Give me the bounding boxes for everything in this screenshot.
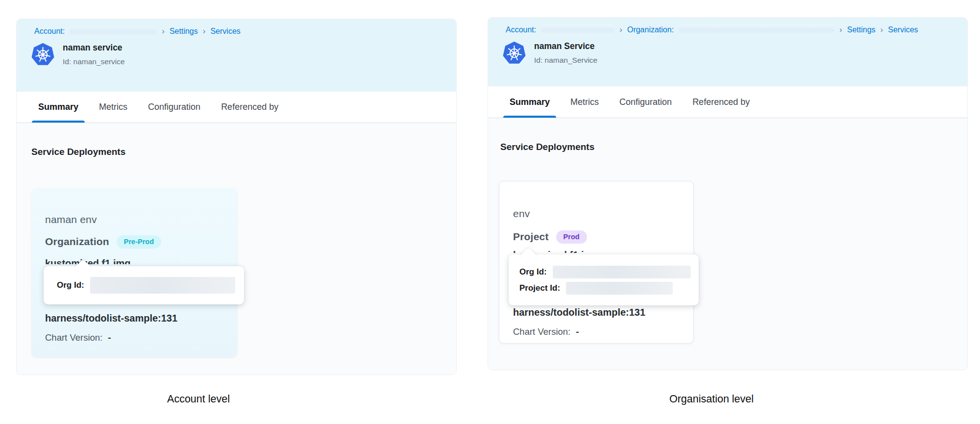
breadcrumb-settings-link[interactable]: Settings bbox=[170, 27, 198, 36]
breadcrumb: Account: › Settings › Services bbox=[34, 26, 443, 36]
chevron-right-icon: › bbox=[619, 25, 622, 35]
org-id-label: Org Id: bbox=[57, 280, 84, 290]
chevron-right-icon: › bbox=[162, 27, 165, 36]
chevron-right-icon: › bbox=[203, 27, 206, 36]
chart-version-row: Chart Version: - bbox=[45, 332, 111, 343]
chart-version-value: - bbox=[108, 332, 111, 343]
tab-summary[interactable]: Summary bbox=[510, 86, 550, 118]
section-title-service-deployments: Service Deployments bbox=[31, 147, 125, 157]
service-name: naman service bbox=[63, 43, 125, 53]
chart-version-label: Chart Version: bbox=[513, 326, 570, 337]
service-header: Account: › Organization: › Settings › Se… bbox=[488, 18, 967, 86]
kubernetes-icon bbox=[503, 42, 526, 65]
account-level-panel: Account: › Settings › Services bbox=[16, 19, 457, 375]
service-name: naman Service bbox=[534, 41, 597, 51]
summary-tab-content: Service Deployments env Project Prod kus… bbox=[488, 118, 967, 370]
breadcrumb-account-link[interactable]: Account: bbox=[506, 25, 536, 34]
chevron-right-icon: › bbox=[839, 25, 842, 35]
kubernetes-icon bbox=[31, 43, 54, 66]
id-tooltip: Org Id: bbox=[44, 266, 244, 304]
environment-name: naman env bbox=[45, 214, 97, 225]
tab-metrics[interactable]: Metrics bbox=[99, 92, 127, 123]
tooltip-project-id-row: Project Id: bbox=[519, 282, 699, 295]
environment-type-badge: Pre-Prod bbox=[117, 235, 161, 249]
service-name-block: naman service Id: naman_service bbox=[63, 43, 125, 66]
summary-tab-content: Service Deployments naman env Organizati… bbox=[17, 123, 456, 375]
tab-referenced-by[interactable]: Referenced by bbox=[221, 92, 278, 123]
partially-occluded-text: kustomized f1 img bbox=[45, 258, 192, 264]
redacted-org-id bbox=[553, 266, 691, 278]
tab-configuration[interactable]: Configuration bbox=[619, 86, 672, 118]
scope-label: Organization bbox=[45, 236, 109, 248]
project-id-label: Project Id: bbox=[519, 283, 560, 293]
environment-scope-row: Organization Pre-Prod bbox=[45, 235, 161, 249]
breadcrumb-settings-link[interactable]: Settings bbox=[847, 25, 876, 34]
artifact-name: harness/todolist-sample:131 bbox=[45, 313, 177, 324]
chart-version-label: Chart Version: bbox=[45, 332, 102, 343]
service-id: Id: naman_Service bbox=[534, 56, 597, 65]
redacted-org-id bbox=[90, 277, 235, 294]
tab-configuration[interactable]: Configuration bbox=[148, 92, 200, 123]
service-name-block: naman Service Id: naman_Service bbox=[534, 41, 597, 65]
breadcrumb: Account: › Organization: › Settings › Se… bbox=[506, 25, 955, 35]
service-id: Id: naman_service bbox=[63, 57, 125, 66]
service-tabs: Summary Metrics Configuration Referenced… bbox=[17, 92, 456, 123]
artifact-name: harness/todolist-sample:131 bbox=[513, 307, 645, 318]
service-header: Account: › Settings › Services bbox=[17, 19, 456, 92]
scope-label: Project bbox=[513, 231, 549, 243]
service-identity: naman Service Id: naman_Service bbox=[503, 41, 955, 65]
service-identity: naman service Id: naman_service bbox=[31, 43, 443, 66]
breadcrumb-services-link[interactable]: Services bbox=[888, 25, 918, 34]
partially-occluded-text: kustomized f1 img bbox=[513, 249, 660, 253]
environment-name: env bbox=[513, 208, 530, 220]
organisation-level-panel: Account: › Organization: › Settings › Se… bbox=[488, 17, 968, 370]
environment-type-badge: Prod bbox=[556, 230, 587, 244]
org-id-label: Org Id: bbox=[519, 267, 547, 277]
tooltip-org-id-row: Org Id: bbox=[519, 266, 699, 278]
redacted-organization-name bbox=[679, 25, 834, 35]
breadcrumb-services-link[interactable]: Services bbox=[210, 27, 240, 36]
redacted-account-name bbox=[70, 26, 157, 36]
service-tabs: Summary Metrics Configuration Referenced… bbox=[488, 86, 967, 118]
breadcrumb-account-link[interactable]: Account: bbox=[34, 27, 65, 36]
environment-scope-row: Project Prod bbox=[513, 230, 587, 244]
breadcrumb-organization-link[interactable]: Organization: bbox=[627, 25, 674, 34]
tab-metrics[interactable]: Metrics bbox=[570, 86, 599, 118]
chevron-right-icon: › bbox=[881, 25, 883, 35]
redacted-project-id bbox=[566, 282, 673, 295]
chart-version-row: Chart Version: - bbox=[513, 326, 579, 337]
tab-referenced-by[interactable]: Referenced by bbox=[692, 86, 750, 118]
redacted-account-name bbox=[541, 25, 614, 35]
chart-version-value: - bbox=[576, 326, 579, 337]
caption-account-level: Account level bbox=[118, 393, 279, 405]
caption-organisation-level: Organisation level bbox=[628, 393, 795, 405]
id-tooltip: Org Id: Project Id: bbox=[509, 254, 699, 305]
section-title-service-deployments: Service Deployments bbox=[500, 142, 594, 152]
tooltip-org-id-row: Org Id: bbox=[57, 277, 235, 294]
tab-summary[interactable]: Summary bbox=[38, 92, 78, 123]
